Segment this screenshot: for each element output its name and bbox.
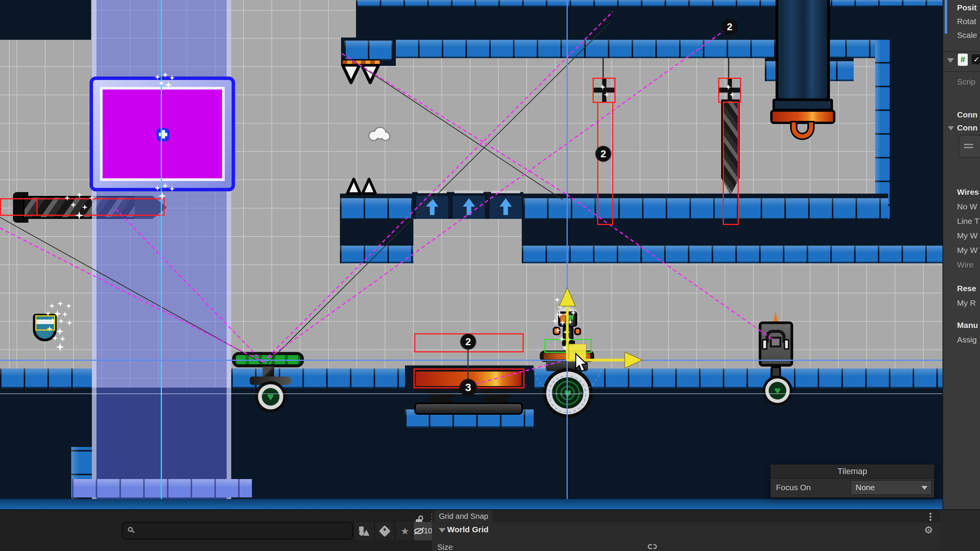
manual-header-label: Manu: [957, 321, 978, 330]
tilemap-title-label: Tilemap: [838, 466, 867, 476]
search-input[interactable]: [122, 522, 353, 540]
reorderable-list-box[interactable]: [959, 135, 980, 158]
tilemap-overlay-panel: Tilemap Focus On None: [771, 465, 934, 497]
focus-on-label: Focus On: [776, 483, 811, 492]
gizmo-y-arrow: [559, 288, 575, 306]
conn-foldout-label: Conn: [957, 123, 978, 132]
wires-row-3: My W: [957, 231, 978, 240]
component-accent-bar: [945, 0, 947, 34]
transform-scale-label: Scale: [957, 31, 977, 40]
tab-label: Grid and Snap: [439, 512, 488, 521]
tag-icon: [379, 525, 390, 537]
link-icon[interactable]: [648, 544, 657, 549]
gear-icon[interactable]: ⚙: [924, 524, 933, 536]
conn-foldout-icon[interactable]: [948, 126, 954, 130]
move-gizmo[interactable]: [0, 0, 942, 509]
script-field-label: Scrip: [957, 77, 975, 86]
panel-kebab-icon[interactable]: [929, 512, 933, 523]
tab-grid-and-snap[interactable]: Grid and Snap: [435, 510, 492, 523]
script-icon: #: [958, 54, 968, 66]
scene-view[interactable]: ♥ ♥: [0, 0, 942, 509]
hidden-count-label: 10: [424, 527, 432, 535]
reset-header-label: Rese: [957, 284, 976, 293]
reset-row-1: My R: [957, 298, 976, 308]
bottom-right-stub: [940, 510, 980, 551]
toolbar-left-region: ★ 10: [0, 510, 432, 551]
filter-by-label-button[interactable]: [374, 522, 395, 540]
world-grid-foldout-icon[interactable]: [439, 528, 446, 533]
size-label: Size: [437, 543, 453, 551]
filter-by-type-button[interactable]: [353, 522, 374, 540]
wires-row-4: My W: [957, 246, 978, 255]
bottom-toolbar: ★ 10 Grid and Snap World Grid ⚙: [0, 509, 980, 551]
favorites-button[interactable]: ★: [395, 522, 415, 540]
focus-on-dropdown[interactable]: None: [851, 480, 932, 495]
shapes-icon: [359, 527, 369, 536]
grid-snap-panel: Grid and Snap World Grid ⚙ Size X 0.5 Y …: [432, 510, 940, 551]
chevron-down-icon: [921, 486, 928, 490]
world-grid-label: World Grid: [447, 525, 488, 534]
manual-row-1: Assig: [957, 335, 977, 344]
gizmo-x-arrow: [625, 352, 642, 368]
transform-position-label: Posit: [957, 3, 977, 12]
focus-on-value: None: [856, 483, 875, 492]
search-icon-handle: [132, 530, 135, 533]
wires-row-5: Wire: [957, 260, 973, 269]
drag-handle-icon: [964, 144, 973, 145]
tilemap-panel-title[interactable]: Tilemap: [771, 465, 934, 479]
unity-editor-window: ♥ ♥: [0, 0, 980, 551]
inspector-panel: Posit Rotat Scale # ✓ Scrip Conn Conn Wi…: [942, 0, 980, 509]
star-icon: ★: [400, 525, 409, 537]
component-foldout-icon[interactable]: [947, 58, 954, 63]
conn-header-label: Conn: [957, 110, 978, 119]
hidden-objects-button[interactable]: 10: [413, 522, 433, 540]
wires-row-1: No W: [957, 202, 977, 211]
wires-row-2: Line T: [957, 217, 979, 226]
wires-header-label: Wires: [957, 187, 979, 197]
transform-rotation-label: Rotat: [957, 17, 976, 26]
component-enabled-checkbox[interactable]: ✓: [972, 54, 980, 64]
